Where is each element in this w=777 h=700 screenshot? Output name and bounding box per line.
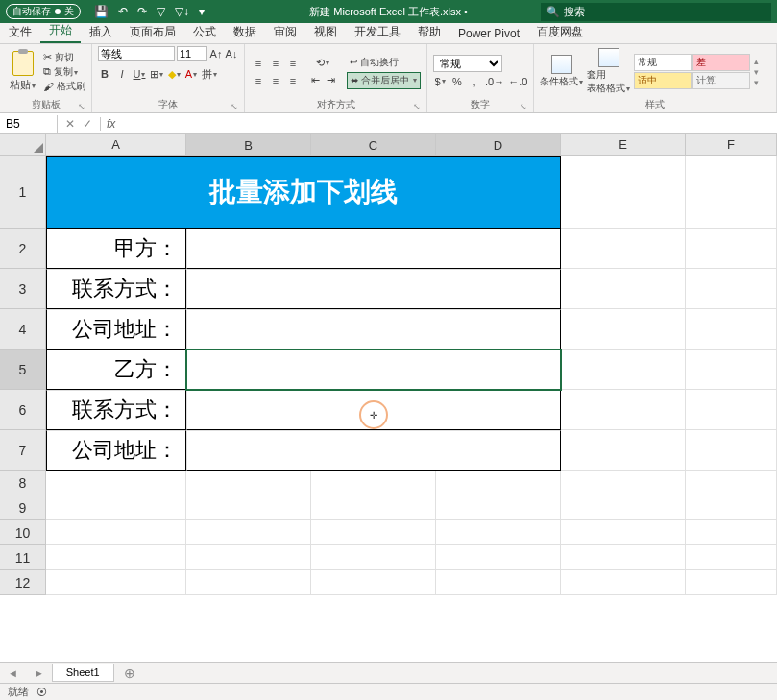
- align-left-icon[interactable]: ≡: [251, 73, 266, 88]
- confirm-formula-icon[interactable]: ✓: [83, 117, 92, 131]
- tab-review[interactable]: 审阅: [265, 21, 305, 43]
- cell-D9[interactable]: [436, 495, 561, 520]
- paste-button[interactable]: 粘贴: [6, 49, 39, 94]
- cell-A9[interactable]: [46, 495, 186, 520]
- qat-more-icon[interactable]: ▾: [199, 5, 205, 18]
- copy-button[interactable]: ⧉复制: [43, 65, 85, 79]
- row-header-11[interactable]: 11: [0, 545, 46, 570]
- fill-color-button[interactable]: ◆: [167, 66, 181, 82]
- sort-icon[interactable]: ▽↓: [175, 5, 189, 18]
- align-center-icon[interactable]: ≡: [268, 73, 283, 88]
- cell-C12[interactable]: [311, 570, 436, 595]
- align-bot-icon[interactable]: ≡: [285, 56, 301, 71]
- cell-A12[interactable]: [46, 570, 186, 595]
- cell-styles-gallery[interactable]: 常规 差 适中 计算: [634, 54, 750, 89]
- comma-icon[interactable]: ,: [468, 74, 481, 89]
- cell-F8[interactable]: [686, 471, 777, 495]
- align-top-icon[interactable]: ≡: [251, 56, 266, 71]
- cell-B3-merged[interactable]: [186, 269, 561, 309]
- col-header-B[interactable]: B: [186, 134, 311, 156]
- tab-view[interactable]: 视图: [305, 21, 346, 43]
- font-size-select[interactable]: [177, 46, 207, 61]
- name-box[interactable]: B5: [0, 115, 58, 133]
- cell-E7[interactable]: [561, 430, 686, 471]
- tab-file[interactable]: 文件: [0, 21, 40, 43]
- cell-A10[interactable]: [46, 520, 186, 545]
- number-launcher-icon[interactable]: ⤡: [520, 102, 527, 111]
- redo-icon[interactable]: ↷: [137, 5, 147, 18]
- cell-B12[interactable]: [186, 570, 311, 595]
- italic-button[interactable]: I: [115, 66, 129, 82]
- row-header-7[interactable]: 7: [0, 430, 46, 471]
- undo-icon[interactable]: ↶: [118, 5, 128, 18]
- indent-dec-icon[interactable]: ⇤: [308, 73, 322, 88]
- gallery-more-icon[interactable]: ▾: [754, 78, 759, 87]
- cell-E9[interactable]: [561, 495, 686, 520]
- cell-B5-merged[interactable]: [186, 350, 561, 390]
- filter-icon[interactable]: ▽: [157, 5, 165, 18]
- cell-B7-merged[interactable]: [186, 430, 561, 471]
- cell-B2-merged[interactable]: [186, 229, 561, 269]
- cell-E6[interactable]: [561, 390, 686, 430]
- row-header-9[interactable]: 9: [0, 495, 46, 520]
- cell-F3[interactable]: [686, 269, 777, 309]
- tab-insert[interactable]: 插入: [81, 21, 121, 43]
- add-sheet-icon[interactable]: ⊕: [114, 665, 145, 681]
- tab-home[interactable]: 开始: [40, 19, 81, 43]
- style-bad[interactable]: 差: [692, 54, 750, 71]
- sheet-nav-prev-icon[interactable]: ◄: [0, 667, 26, 679]
- wrap-text-button[interactable]: ↩自动换行: [347, 55, 421, 70]
- row-header-4[interactable]: 4: [0, 309, 46, 350]
- clipboard-launcher-icon[interactable]: ⤡: [78, 102, 85, 111]
- cell-A2[interactable]: 甲方：: [46, 229, 186, 269]
- row-header-3[interactable]: 3: [0, 269, 46, 309]
- percent-icon[interactable]: %: [450, 74, 464, 89]
- row-header-10[interactable]: 10: [0, 520, 46, 545]
- font-name-select[interactable]: [98, 46, 175, 61]
- sheet-tab-1[interactable]: Sheet1: [52, 664, 114, 682]
- macro-record-icon[interactable]: ⦿: [36, 687, 47, 698]
- cell-F9[interactable]: [686, 495, 777, 520]
- autosave-toggle[interactable]: 自动保存关: [6, 4, 81, 19]
- style-good[interactable]: 适中: [634, 72, 692, 89]
- cell-E12[interactable]: [561, 570, 686, 595]
- conditional-format-button[interactable]: 条件格式: [540, 55, 583, 88]
- row-header-5[interactable]: 5: [0, 350, 46, 390]
- cell-A4[interactable]: 公司地址：: [46, 309, 186, 350]
- cancel-formula-icon[interactable]: ✕: [65, 117, 75, 131]
- cell-F6[interactable]: [686, 390, 777, 430]
- format-table-button[interactable]: 套用 表格格式: [587, 48, 630, 95]
- row-header-1[interactable]: 1: [0, 156, 46, 229]
- cell-C10[interactable]: [311, 520, 436, 545]
- cell-F11[interactable]: [686, 545, 777, 570]
- cell-B11[interactable]: [186, 545, 311, 570]
- cell-B10[interactable]: [186, 520, 311, 545]
- accounting-icon[interactable]: $: [433, 74, 447, 89]
- cell-F5[interactable]: [686, 350, 777, 390]
- orientation-icon[interactable]: ⟲: [308, 56, 337, 71]
- sheet-nav-next-icon[interactable]: ►: [26, 667, 52, 679]
- tab-layout[interactable]: 页面布局: [121, 21, 184, 43]
- cell-E4[interactable]: [561, 309, 686, 350]
- cell-E11[interactable]: [561, 545, 686, 570]
- cell-E1[interactable]: [561, 156, 686, 229]
- gallery-up-icon[interactable]: ▴: [754, 57, 759, 66]
- cell-D10[interactable]: [436, 520, 561, 545]
- format-painter-button[interactable]: 🖌格式刷: [43, 80, 85, 93]
- indent-inc-icon[interactable]: ⇥: [324, 73, 337, 88]
- cell-D12[interactable]: [436, 570, 561, 595]
- inc-decimal-icon[interactable]: .0→: [485, 74, 504, 89]
- cell-E10[interactable]: [561, 520, 686, 545]
- col-header-A[interactable]: A: [46, 134, 186, 156]
- gallery-down-icon[interactable]: ▾: [754, 67, 759, 77]
- cell-E2[interactable]: [561, 229, 686, 269]
- cell-A3[interactable]: 联系方式：: [46, 269, 186, 309]
- save-icon[interactable]: 💾: [94, 5, 109, 18]
- border-button[interactable]: ⊞: [150, 66, 163, 82]
- cell-F7[interactable]: [686, 430, 777, 471]
- cell-D8[interactable]: [436, 471, 561, 495]
- cell-C9[interactable]: [311, 495, 436, 520]
- tab-help[interactable]: 帮助: [409, 21, 449, 43]
- cell-A1-merged[interactable]: 批量添加下划线: [46, 156, 561, 229]
- cell-E8[interactable]: [561, 471, 686, 495]
